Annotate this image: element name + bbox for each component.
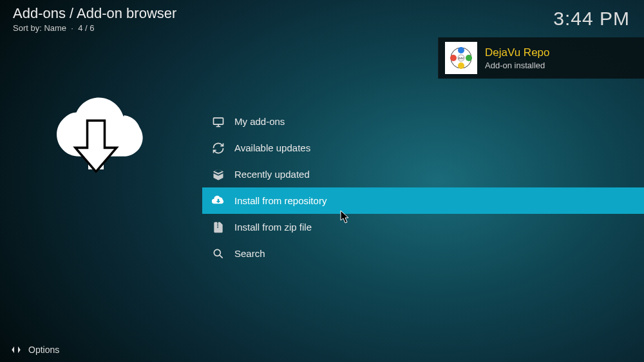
sort-prefix: Sort by: [13, 23, 44, 33]
footer-options[interactable]: Options [10, 344, 59, 356]
search-icon [211, 247, 225, 261]
toast-subtitle: Add-on installed [485, 61, 550, 70]
menu-label: Search [234, 248, 265, 259]
svg-text:DJV: DJV [459, 57, 464, 60]
svg-rect-11 [88, 122, 103, 152]
toast-text: DejaVu Repo Add-on installed [485, 46, 550, 70]
tv-icon [211, 115, 225, 129]
list-position: 4 / 6 [78, 23, 94, 33]
clock: 3:44 PM [553, 8, 630, 30]
menu-label: Available updates [234, 142, 310, 153]
menu-item-search[interactable]: Search [202, 240, 644, 267]
notification-toast[interactable]: DJV DejaVu Repo Add-on installed [438, 37, 644, 79]
cloud-download-icon [211, 194, 225, 208]
svg-point-3 [458, 62, 464, 69]
box-open-icon [211, 167, 225, 182]
menu-item-recently-updated[interactable]: Recently updated [202, 161, 644, 187]
svg-point-13 [214, 249, 220, 256]
cloud-download-large-icon [48, 82, 144, 179]
toast-title: DejaVu Repo [485, 46, 550, 59]
svg-point-1 [458, 47, 464, 53]
menu-label: My add-ons [234, 116, 285, 127]
menu-item-my-addons[interactable]: My add-ons [202, 108, 644, 135]
sort-line: Sort by: Name · 4 / 6 [13, 23, 631, 33]
sort-separator: · [69, 23, 78, 33]
options-label: Options [28, 345, 59, 355]
header: Add-ons / Add-on browser Sort by: Name ·… [13, 5, 631, 33]
menu-label: Install from repository [234, 195, 327, 206]
menu-label: Install from zip file [234, 222, 312, 233]
sort-value[interactable]: Name [44, 23, 66, 33]
svg-point-4 [450, 55, 457, 61]
menu-label: Recently updated [234, 169, 310, 180]
refresh-icon [211, 141, 225, 155]
breadcrumb: Add-ons / Add-on browser [13, 5, 631, 22]
menu-item-install-from-zip[interactable]: Install from zip file [202, 214, 644, 240]
svg-rect-12 [214, 118, 223, 124]
menu-list: My add-ons Available updates Recently up… [202, 108, 644, 267]
menu-item-available-updates[interactable]: Available updates [202, 135, 644, 161]
dejavu-repo-icon: DJV [445, 42, 477, 74]
svg-point-2 [466, 55, 472, 61]
menu-item-install-from-repository[interactable]: Install from repository [202, 187, 644, 214]
options-arrows-icon [10, 344, 22, 356]
zip-file-icon [211, 220, 225, 234]
